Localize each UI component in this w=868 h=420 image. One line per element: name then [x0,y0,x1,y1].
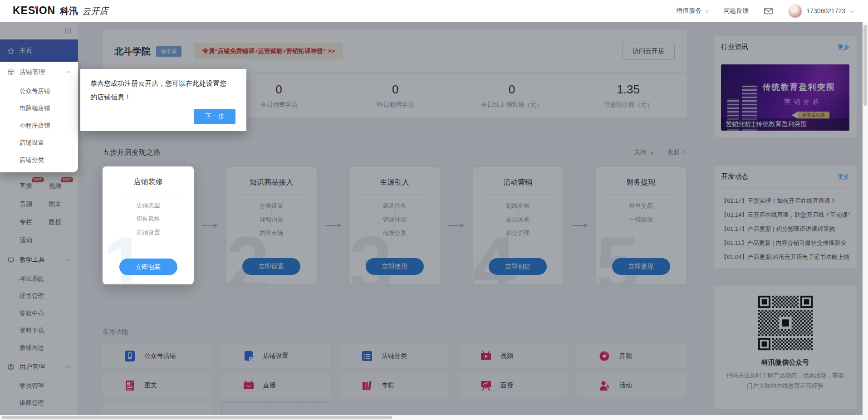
sidebar-item-qa-center[interactable]: 答疑中心 [0,305,78,322]
avatar [788,4,802,18]
tile-store-category[interactable]: 店铺分类 [340,343,449,368]
storefront-icon [7,68,15,76]
five-steps-section: 五步开启变现之路 关闭× 收起 1 店铺装修 店铺类型 [103,138,687,284]
sidebar-group-store-management[interactable]: 店铺管理 [0,62,78,83]
home-icon [7,47,15,54]
sidebar-item-pc-store[interactable]: 电脑端店铺 [0,100,78,117]
sidebar-item-video[interactable]: 视频HOT [49,182,78,190]
wechat-store-icon [123,350,136,362]
common-functions-section: 常用功能 公众号店铺 店铺设置 店铺分类 [103,328,687,420]
news-item[interactable]: 【01.04】产品更新|科汛云开店电子证书功能上线 [721,250,849,264]
news-item[interactable]: 【02.14】云开店在线直播，助您开启线上互动课堂 [721,208,849,222]
step2-action-button[interactable]: 立即设置 [242,258,300,275]
step-arrow [317,166,349,284]
industry-banner-image[interactable]: 传统教育盈利突围 营销分析 新教育机遇 营销分析 | 传统教育盈利突围 [721,64,849,131]
qr-title: 科汛微信公众号 [721,358,849,367]
user-circle-icon [7,363,15,371]
dots-separator [103,223,194,229]
visit-store-button[interactable]: 访问云开店 [622,43,675,60]
close-steps-button[interactable]: 关闭× [634,148,654,156]
tour-next-button[interactable]: 下一步 [194,109,235,124]
promo-banner[interactable]: 专属“店铺免费铺课+运营赋能+营销拓课神器” >> [194,43,343,59]
tile-column[interactable]: 专栏 [340,373,449,398]
dots-separator [349,223,440,229]
step-card-marketing: 4 活动营销 划线价格 会员体系 积分管理 立即创建 [472,166,564,284]
sidebar-item-audio[interactable]: 音频 [20,200,49,208]
news-item[interactable]: 【02.17】干货实锤！如何开启在线直播课？ [721,194,849,208]
tile-activity[interactable]: 活动 [577,373,687,398]
banner-headline: 传统教育盈利突围 [751,82,847,93]
sidebar-group-teaching-tools[interactable]: 教学工具 [0,249,78,270]
news-item[interactable]: 【01.11】产品更新 | 内容分销引爆社交传播裂变 [721,236,849,250]
dev-news-more-link[interactable]: 更多 [838,173,849,181]
banner-caption: 营销分析 | 传统教育盈利突围 [721,118,849,131]
sidebar-item-teaching-aids[interactable]: 教辅周边 [0,339,78,357]
step3-action-button[interactable]: 立即使用 [366,258,424,275]
tile-audio[interactable]: 音频 [577,343,687,368]
presentation-board-icon [480,379,492,392]
video-icon [480,350,492,362]
sidebar-item-store-settings[interactable]: 店铺设置 [0,134,78,151]
sidebar-item-home[interactable]: 主页 [0,39,78,62]
horizontal-scrollbar-thumb[interactable] [2,416,392,419]
sidebar-collapse-icon[interactable] [65,28,71,34]
sidebar-item-teacher-management[interactable]: 讲师管理 [0,395,78,412]
dev-news-card: 开发动态 更多 【02.17】干货实锤！如何开启在线直播课？ 【02.14】云开… [714,166,857,268]
sidebar-content-links: 直播HOT 视频HOT 音频 图文 专栏 面授 活动 [0,177,78,249]
tile-store-settings[interactable]: 店铺设置 [221,343,331,368]
tile-video[interactable]: 视频 [459,343,568,368]
qr-description: 扫码关注及时了解产品动态，优惠活动，获取门户大咖的在线教育运营经验 [724,370,847,391]
industry-news-more-link[interactable]: 更多 [838,43,849,51]
value-service-menu[interactable]: 增值服务 [676,7,708,15]
logo-kesion-text: KESION [13,5,55,17]
sidebar-group-user-management[interactable]: 用户管理 [0,357,78,377]
industry-news-card: 行业资讯 更多 传统教育盈利突围 营销分析 新教育机遇 营销分析 | 传统教育盈… [714,36,857,137]
blackboard-icon [7,256,15,264]
tour-message: 恭喜您成功注册云开店，您可以在此处设置您的店铺信息！ [90,77,227,104]
sidebar-item-downloads[interactable]: 资料下载 [0,322,78,339]
category-list-icon [361,350,373,362]
tour-tooltip: 恭喜您成功注册云开店，您可以在此处设置您的店铺信息！ 下一步 [80,69,246,131]
step-arrow [194,166,226,284]
article-icon [123,379,136,392]
sidebar-item-student-management[interactable]: 学员管理 [0,377,78,395]
sidebar-item-certificate[interactable]: 证书管理 [0,288,78,305]
sidebar-item-store-category[interactable]: 店铺分类 [0,151,78,169]
step-card-student-acquisition: 3 生源引入 渠道代售 销课神器 海报分享 立即使用 [349,166,440,284]
sidebar-item-wechat-store[interactable]: 公众号店铺 [0,83,78,100]
step-arrow [564,166,596,284]
stat-new-students-yesterday: 0 昨日新增学员 [337,83,454,109]
collapse-steps-button[interactable]: 收起 [667,148,687,156]
news-item[interactable]: 【01.17】产品更新 | 积分抵现促进课程复购 [721,222,849,236]
dots-separator [226,223,317,229]
tile-wechat-store[interactable]: 公众号店铺 [103,343,212,368]
sidebar-item-exam-system[interactable]: 考试系统 [0,270,78,288]
step1-action-button[interactable]: 立即包装 [119,259,177,275]
dots-separator [103,209,194,215]
sidebar-item-live[interactable]: 直播HOT [20,182,49,190]
logo-product-text: 云开店 [82,5,108,18]
user-menu[interactable]: 17306021723 [788,4,853,18]
feedback-link[interactable]: 问题反馈 [723,7,749,15]
stat-online-sales-today: 0 今日线上销售额（元） [454,83,570,109]
step-card-product-access: 2 知识商品接入 分类设置 课程内容 内容市场 立即设置 [226,166,317,284]
chevron-up-icon [66,70,71,75]
column-books-icon [361,379,373,392]
sidebar-item-offline-course[interactable]: 面授 [49,218,78,226]
mail-icon[interactable] [764,7,773,15]
sidebar-item-article[interactable]: 图文 [49,200,78,208]
sidebar-item-activity[interactable]: 活动 [20,236,49,244]
sidebar-item-miniprogram-store[interactable]: 小程序店铺 [0,117,78,134]
plan-badge: 标准版 [156,46,181,57]
step4-action-button[interactable]: 立即创建 [489,258,547,275]
dots-separator [473,223,563,229]
vertical-scrollbar-thumb[interactable] [863,25,867,106]
user-phone: 17306021723 [806,7,845,15]
tile-offline-course[interactable]: 面授 [459,373,568,398]
dots-separator [226,210,317,215]
horizontal-scrollbar [0,415,863,420]
sidebar-item-column[interactable]: 专栏 [20,218,49,226]
step5-action-button[interactable]: 立即提现 [612,258,670,275]
tile-live[interactable]: live 直播 [221,373,331,398]
tile-article[interactable]: 图文 [103,373,212,398]
